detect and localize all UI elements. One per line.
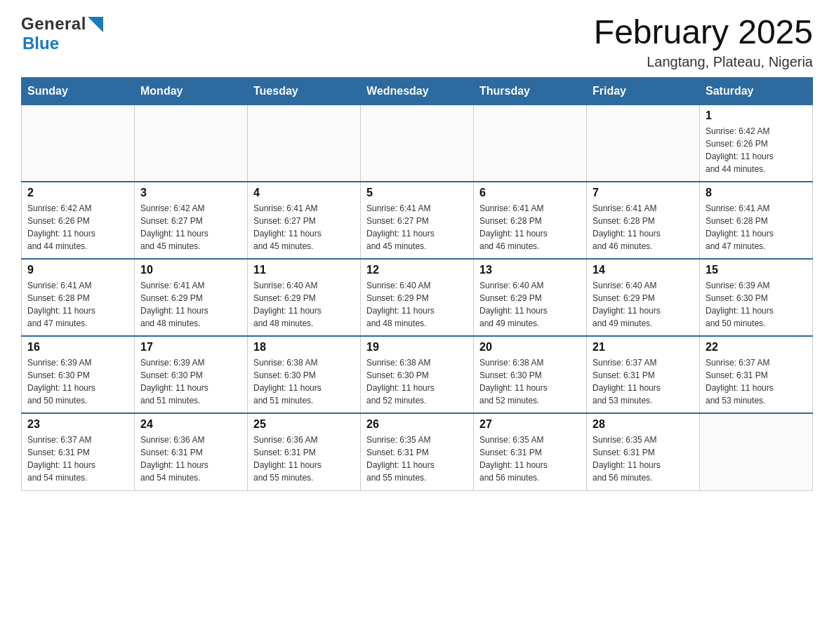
day-number: 24 <box>140 418 241 431</box>
day-number: 14 <box>593 264 694 276</box>
table-row: 12Sunrise: 6:40 AM Sunset: 6:29 PM Dayli… <box>361 259 474 336</box>
header-friday: Friday <box>587 77 700 105</box>
table-row: 10Sunrise: 6:41 AM Sunset: 6:29 PM Dayli… <box>135 259 248 336</box>
table-row: 25Sunrise: 6:36 AM Sunset: 6:31 PM Dayli… <box>248 413 361 490</box>
day-number: 28 <box>593 418 694 431</box>
day-number: 8 <box>706 187 807 199</box>
day-info: Sunrise: 6:41 AM Sunset: 6:27 PM Dayligh… <box>366 202 468 253</box>
logo-blue-text: Blue <box>22 34 59 53</box>
table-row: 19Sunrise: 6:38 AM Sunset: 6:30 PM Dayli… <box>361 336 474 413</box>
table-row: 16Sunrise: 6:39 AM Sunset: 6:30 PM Dayli… <box>22 336 135 413</box>
calendar-week-row: 16Sunrise: 6:39 AM Sunset: 6:30 PM Dayli… <box>22 336 813 413</box>
table-row: 3Sunrise: 6:42 AM Sunset: 6:27 PM Daylig… <box>135 182 248 259</box>
day-number: 1 <box>706 109 807 122</box>
day-number: 20 <box>479 341 581 354</box>
day-number: 12 <box>366 264 468 276</box>
day-info: Sunrise: 6:38 AM Sunset: 6:30 PM Dayligh… <box>366 356 468 407</box>
day-number: 6 <box>479 187 581 199</box>
day-info: Sunrise: 6:40 AM Sunset: 6:29 PM Dayligh… <box>479 279 581 330</box>
day-number: 27 <box>479 418 581 431</box>
day-info: Sunrise: 6:41 AM Sunset: 6:28 PM Dayligh… <box>479 202 581 253</box>
day-number: 7 <box>593 187 694 199</box>
day-info: Sunrise: 6:39 AM Sunset: 6:30 PM Dayligh… <box>27 356 128 407</box>
table-row <box>700 413 813 490</box>
table-row: 15Sunrise: 6:39 AM Sunset: 6:30 PM Dayli… <box>700 259 813 336</box>
page-header: General Blue February 2025 Langtang, Pla… <box>21 14 813 70</box>
day-info: Sunrise: 6:42 AM Sunset: 6:26 PM Dayligh… <box>706 125 807 175</box>
table-row: 4Sunrise: 6:41 AM Sunset: 6:27 PM Daylig… <box>248 182 361 259</box>
table-row: 22Sunrise: 6:37 AM Sunset: 6:31 PM Dayli… <box>700 336 813 413</box>
table-row: 27Sunrise: 6:35 AM Sunset: 6:31 PM Dayli… <box>474 413 587 490</box>
table-row: 18Sunrise: 6:38 AM Sunset: 6:30 PM Dayli… <box>248 336 361 413</box>
location-title: Langtang, Plateau, Nigeria <box>594 54 813 70</box>
table-row: 17Sunrise: 6:39 AM Sunset: 6:30 PM Dayli… <box>135 336 248 413</box>
day-number: 15 <box>706 264 807 276</box>
day-number: 5 <box>366 187 468 199</box>
table-row <box>587 105 700 182</box>
day-number: 23 <box>27 418 128 431</box>
day-info: Sunrise: 6:42 AM Sunset: 6:27 PM Dayligh… <box>140 202 241 253</box>
day-info: Sunrise: 6:38 AM Sunset: 6:30 PM Dayligh… <box>479 356 581 407</box>
day-number: 2 <box>27 187 128 199</box>
header-monday: Monday <box>135 77 248 105</box>
logo-triangle-icon <box>88 17 103 32</box>
table-row: 28Sunrise: 6:35 AM Sunset: 6:31 PM Dayli… <box>587 413 700 490</box>
header-wednesday: Wednesday <box>361 77 474 105</box>
day-number: 10 <box>140 264 241 276</box>
header-thursday: Thursday <box>474 77 587 105</box>
logo: General Blue <box>21 14 103 53</box>
calendar-week-row: 9Sunrise: 6:41 AM Sunset: 6:28 PM Daylig… <box>22 259 813 336</box>
table-row: 11Sunrise: 6:40 AM Sunset: 6:29 PM Dayli… <box>248 259 361 336</box>
day-number: 3 <box>140 187 241 199</box>
day-info: Sunrise: 6:37 AM Sunset: 6:31 PM Dayligh… <box>706 356 807 407</box>
table-row: 7Sunrise: 6:41 AM Sunset: 6:28 PM Daylig… <box>587 182 700 259</box>
day-number: 26 <box>366 418 468 431</box>
day-info: Sunrise: 6:35 AM Sunset: 6:31 PM Dayligh… <box>366 434 468 484</box>
calendar-week-row: 23Sunrise: 6:37 AM Sunset: 6:31 PM Dayli… <box>22 413 813 490</box>
table-row <box>22 105 135 182</box>
table-row: 6Sunrise: 6:41 AM Sunset: 6:28 PM Daylig… <box>474 182 587 259</box>
table-row <box>361 105 474 182</box>
logo-general-text: General <box>21 14 86 34</box>
calendar-week-row: 2Sunrise: 6:42 AM Sunset: 6:26 PM Daylig… <box>22 182 813 259</box>
month-title: February 2025 <box>594 14 813 51</box>
calendar-week-row: 1Sunrise: 6:42 AM Sunset: 6:26 PM Daylig… <box>22 105 813 182</box>
day-info: Sunrise: 6:41 AM Sunset: 6:27 PM Dayligh… <box>253 202 355 253</box>
day-number: 18 <box>253 341 355 354</box>
day-number: 19 <box>366 341 468 354</box>
table-row: 26Sunrise: 6:35 AM Sunset: 6:31 PM Dayli… <box>361 413 474 490</box>
day-info: Sunrise: 6:37 AM Sunset: 6:31 PM Dayligh… <box>593 356 694 407</box>
table-row: 14Sunrise: 6:40 AM Sunset: 6:29 PM Dayli… <box>587 259 700 336</box>
header-sunday: Sunday <box>22 77 135 105</box>
table-row <box>474 105 587 182</box>
day-number: 22 <box>706 341 807 354</box>
day-info: Sunrise: 6:35 AM Sunset: 6:31 PM Dayligh… <box>479 434 581 484</box>
title-block: February 2025 Langtang, Plateau, Nigeria <box>594 14 813 70</box>
day-info: Sunrise: 6:38 AM Sunset: 6:30 PM Dayligh… <box>253 356 355 407</box>
day-number: 16 <box>27 341 128 354</box>
table-row <box>248 105 361 182</box>
day-info: Sunrise: 6:35 AM Sunset: 6:31 PM Dayligh… <box>593 434 694 484</box>
day-info: Sunrise: 6:41 AM Sunset: 6:28 PM Dayligh… <box>593 202 694 253</box>
day-number: 11 <box>253 264 355 276</box>
table-row: 2Sunrise: 6:42 AM Sunset: 6:26 PM Daylig… <box>22 182 135 259</box>
table-row: 9Sunrise: 6:41 AM Sunset: 6:28 PM Daylig… <box>22 259 135 336</box>
table-row: 20Sunrise: 6:38 AM Sunset: 6:30 PM Dayli… <box>474 336 587 413</box>
header-tuesday: Tuesday <box>248 77 361 105</box>
day-info: Sunrise: 6:40 AM Sunset: 6:29 PM Dayligh… <box>593 279 694 330</box>
table-row: 5Sunrise: 6:41 AM Sunset: 6:27 PM Daylig… <box>361 182 474 259</box>
table-row: 21Sunrise: 6:37 AM Sunset: 6:31 PM Dayli… <box>587 336 700 413</box>
day-info: Sunrise: 6:36 AM Sunset: 6:31 PM Dayligh… <box>140 434 241 484</box>
day-info: Sunrise: 6:40 AM Sunset: 6:29 PM Dayligh… <box>253 279 355 330</box>
table-row: 24Sunrise: 6:36 AM Sunset: 6:31 PM Dayli… <box>135 413 248 490</box>
day-info: Sunrise: 6:39 AM Sunset: 6:30 PM Dayligh… <box>706 279 807 330</box>
table-row: 23Sunrise: 6:37 AM Sunset: 6:31 PM Dayli… <box>22 413 135 490</box>
svg-marker-0 <box>88 17 103 32</box>
day-info: Sunrise: 6:37 AM Sunset: 6:31 PM Dayligh… <box>27 434 128 484</box>
day-number: 21 <box>593 341 694 354</box>
calendar-table: Sunday Monday Tuesday Wednesday Thursday… <box>21 77 813 491</box>
day-info: Sunrise: 6:41 AM Sunset: 6:29 PM Dayligh… <box>140 279 241 330</box>
day-info: Sunrise: 6:42 AM Sunset: 6:26 PM Dayligh… <box>27 202 128 253</box>
day-number: 9 <box>27 264 128 276</box>
table-row: 1Sunrise: 6:42 AM Sunset: 6:26 PM Daylig… <box>700 105 813 182</box>
